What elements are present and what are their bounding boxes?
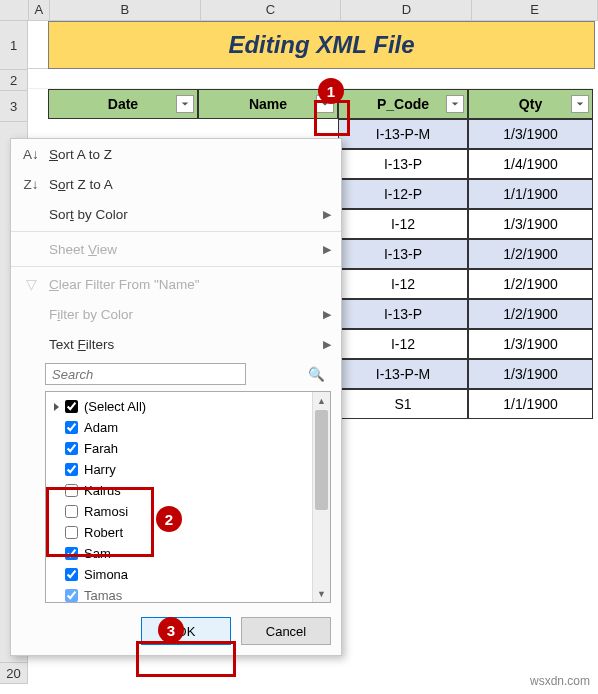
sort-a-z[interactable]: A↓ Sort A to Z: [11, 139, 341, 169]
row-3[interactable]: 3: [0, 91, 28, 122]
filter-values-list: (Select All) Adam Farah Harry Kairus Ram…: [45, 391, 331, 603]
col-D[interactable]: D: [341, 0, 472, 20]
cell-qty[interactable]: 1/2/1900: [468, 269, 593, 299]
cell-pcode[interactable]: I-12: [338, 269, 468, 299]
scroll-thumb[interactable]: [315, 410, 328, 510]
cell-qty[interactable]: 1/3/1900: [468, 119, 593, 149]
cell-qty[interactable]: 1/3/1900: [468, 209, 593, 239]
column-headers: A B C D E: [0, 0, 598, 21]
cell-pcode[interactable]: I-12: [338, 209, 468, 239]
search-icon: 🔍: [308, 366, 325, 382]
funnel-icon: ▽: [21, 276, 41, 292]
col-E[interactable]: E: [472, 0, 598, 20]
ok-button[interactable]: OK: [141, 617, 231, 645]
col-B[interactable]: B: [50, 0, 201, 20]
text-filters[interactable]: Text Filters ▶: [11, 329, 341, 359]
page-title: Editing XML File: [48, 21, 595, 69]
cell-qty[interactable]: 1/3/1900: [468, 329, 593, 359]
scrollbar[interactable]: ▲ ▼: [312, 392, 330, 602]
sort-za-icon: Z↓: [21, 177, 41, 192]
submenu-arrow-icon: ▶: [323, 208, 331, 221]
submenu-arrow-icon: ▶: [323, 338, 331, 351]
filter-date-button[interactable]: [176, 95, 194, 113]
cell-pcode[interactable]: I-13-P: [338, 149, 468, 179]
cell-pcode[interactable]: I-13-P-M: [338, 119, 468, 149]
clear-filter: ▽ Clear Filter From "Name": [11, 269, 341, 299]
submenu-arrow-icon: ▶: [323, 308, 331, 321]
cell-pcode[interactable]: I-13-P: [338, 299, 468, 329]
row-2[interactable]: 2: [0, 70, 28, 91]
cell-qty[interactable]: 1/2/1900: [468, 299, 593, 329]
sort-by-color[interactable]: Sort by Color ▶: [11, 199, 341, 229]
filter-by-color: Filter by Color ▶: [11, 299, 341, 329]
col-A[interactable]: A: [29, 0, 50, 20]
cell-qty[interactable]: 1/2/1900: [468, 239, 593, 269]
cell-qty[interactable]: 1/1/1900: [468, 179, 593, 209]
watermark: wsxdn.com: [530, 674, 590, 688]
check-simona[interactable]: Simona: [48, 564, 310, 585]
cell-pcode[interactable]: I-13-P: [338, 239, 468, 269]
scroll-down-icon[interactable]: ▼: [313, 585, 330, 602]
check-sam[interactable]: Sam: [48, 543, 310, 564]
cell-qty[interactable]: 1/4/1900: [468, 149, 593, 179]
search-input[interactable]: [45, 363, 246, 385]
cancel-button[interactable]: Cancel: [241, 617, 331, 645]
cell-pcode[interactable]: S1: [338, 389, 468, 419]
check-farah[interactable]: Farah: [48, 438, 310, 459]
cell-qty[interactable]: 1/3/1900: [468, 359, 593, 389]
filter-menu: A↓ Sort A to Z Z↓ Sort Z to A Sort by Co…: [10, 138, 342, 656]
header-qty: Qty: [468, 89, 593, 119]
check-adam[interactable]: Adam: [48, 417, 310, 438]
row-1[interactable]: 1: [0, 21, 28, 70]
filter-pcode-button[interactable]: [446, 95, 464, 113]
scroll-up-icon[interactable]: ▲: [313, 392, 330, 409]
check-tamas[interactable]: Tamas: [48, 585, 310, 602]
sheet-view: Sheet View ▶: [11, 234, 341, 264]
cell-qty[interactable]: 1/1/1900: [468, 389, 593, 419]
callout-3: 3: [158, 617, 184, 643]
cell-pcode[interactable]: I-12: [338, 329, 468, 359]
sort-z-a[interactable]: Z↓ Sort Z to A: [11, 169, 341, 199]
header-name: Name: [198, 89, 338, 119]
submenu-arrow-icon: ▶: [323, 243, 331, 256]
header-pcode: P_Code: [338, 89, 468, 119]
header-date: Date: [48, 89, 198, 119]
select-all-corner[interactable]: [0, 0, 29, 20]
filter-qty-button[interactable]: [571, 95, 589, 113]
sort-az-icon: A↓: [21, 147, 41, 162]
cell-pcode[interactable]: I-12-P: [338, 179, 468, 209]
col-C[interactable]: C: [201, 0, 342, 20]
check-select-all[interactable]: (Select All): [48, 396, 310, 417]
check-kairus[interactable]: Kairus: [48, 480, 310, 501]
callout-2: 2: [156, 506, 182, 532]
row-20[interactable]: 20: [0, 663, 28, 684]
callout-1: 1: [318, 78, 344, 104]
cell-pcode[interactable]: I-13-P-M: [338, 359, 468, 389]
check-harry[interactable]: Harry: [48, 459, 310, 480]
